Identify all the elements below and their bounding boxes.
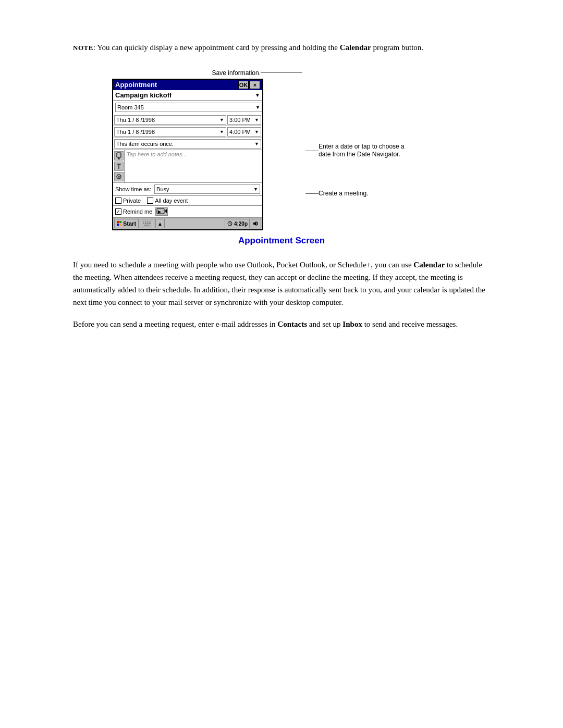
date-navigator-callout: Enter a date or tap to choose a date fro…: [305, 143, 407, 161]
all-day-checkbox[interactable]: [147, 198, 153, 204]
remind-label: Remind me: [123, 208, 152, 215]
show-time-field[interactable]: Busy ▼: [154, 184, 260, 194]
svg-rect-18: [149, 221, 151, 223]
taskbar: Start ▲: [113, 218, 262, 229]
all-day-label: All day event: [155, 198, 188, 204]
svg-rect-16: [145, 221, 146, 223]
body-text-3: Before you can send a meeting request, e…: [73, 320, 277, 328]
calendar-bold: Calendar: [413, 261, 445, 269]
show-time-arrow: ▼: [253, 187, 258, 192]
show-time-label: Show time as:: [115, 186, 151, 192]
start-time-arrow: ▼: [254, 117, 259, 122]
location-text: Room 345: [117, 104, 254, 110]
svg-rect-15: [143, 221, 144, 223]
titlebar-buttons: OK ×: [238, 81, 260, 89]
svg-marker-9: [165, 209, 167, 213]
clock-time: 4:20p: [234, 221, 248, 227]
text-button[interactable]: [114, 162, 124, 171]
meeting-callout-line: [305, 193, 319, 194]
location-row: Room 345 ▼: [113, 101, 262, 114]
contacts-bold: Contacts: [277, 320, 307, 328]
start-label: Start: [123, 220, 136, 227]
svg-rect-19: [143, 223, 144, 224]
location-dropdown-icon: ▼: [255, 105, 260, 110]
ink-pen-button[interactable]: [114, 151, 124, 161]
body-paragraph-1: If you need to schedule a meeting with p…: [73, 258, 490, 309]
svg-rect-21: [147, 223, 149, 224]
taskbar-speaker-button[interactable]: [251, 219, 261, 228]
checkboxes-row: Private All day event: [113, 196, 262, 206]
note-label: NOTE: [73, 44, 93, 52]
save-callout-container: Save information.: [73, 69, 302, 77]
svg-rect-23: [144, 225, 150, 226]
notes-area: Tap here to add notes...: [113, 150, 262, 183]
svg-rect-10: [117, 221, 119, 223]
start-date-arrow: ▼: [219, 117, 224, 122]
svg-rect-13: [119, 224, 121, 226]
note-bold-calendar: Calendar: [340, 43, 371, 52]
note-paragraph: NOTE: You can quickly display a new appo…: [73, 42, 490, 54]
recurrence-field[interactable]: This item occurs once. ▼: [114, 139, 261, 149]
svg-rect-22: [149, 223, 151, 224]
recurrence-arrow: ▼: [254, 141, 259, 146]
body-paragraph-2: Before you can send a meeting request, e…: [73, 318, 490, 330]
private-label: Private: [123, 198, 141, 204]
notes-placeholder-text[interactable]: Tap here to add notes...: [125, 150, 262, 182]
recurrence-row: This item occurs once. ▼: [113, 138, 262, 150]
start-datetime-row: Thu 1 / 8 /1998 ▼ 3:00 PM ▼: [113, 114, 262, 126]
private-checkbox-item[interactable]: Private: [115, 198, 141, 204]
end-time-arrow: ▼: [254, 129, 259, 134]
svg-line-26: [230, 224, 231, 225]
subject-row: Campaign kickoff ▼: [113, 90, 262, 101]
appointment-window: Appointment OK × Campaign kickoff ▼ Room…: [112, 79, 263, 230]
taskbar-clock[interactable]: 4:20p: [225, 219, 250, 228]
remind-checkbox-item[interactable]: ✓ Remind me: [115, 208, 152, 215]
body-text-4: and set up: [307, 320, 342, 328]
private-checkbox[interactable]: [115, 198, 121, 204]
record-button[interactable]: [114, 172, 124, 181]
body-text-1: If you need to schedule a meeting with p…: [73, 261, 413, 269]
show-time-row: Show time as: Busy ▼: [113, 183, 262, 196]
body-text-5: to send and receive messages.: [362, 320, 458, 328]
up-arrow-button[interactable]: ▲: [155, 219, 165, 228]
save-callout-line: [261, 72, 302, 73]
subject-text: Campaign kickoff: [115, 91, 172, 99]
titlebar: Appointment OK ×: [113, 80, 262, 90]
svg-marker-27: [253, 221, 256, 226]
notes-toolbar: [113, 150, 125, 182]
end-time-field[interactable]: 4:00 PM ▼: [227, 127, 261, 137]
remind-icon-button[interactable]: ▶: [155, 207, 168, 216]
remind-checkbox[interactable]: ✓: [115, 208, 121, 215]
end-date-text: Thu 1 / 8 /1998: [116, 129, 155, 135]
svg-point-6: [118, 176, 120, 178]
right-callouts-panel: Enter a date or tap to choose a date fro…: [305, 69, 407, 200]
svg-rect-11: [119, 221, 121, 223]
start-button[interactable]: Start: [114, 219, 139, 228]
start-date-text: Thu 1 / 8 /1998: [116, 117, 155, 123]
end-datetime-row: Thu 1 / 8 /1998 ▼ 4:00 PM ▼: [113, 126, 262, 138]
end-date-field[interactable]: Thu 1 / 8 /1998 ▼: [114, 127, 226, 137]
ok-button[interactable]: OK: [238, 81, 249, 89]
create-meeting-callout: Create a meeting.: [305, 190, 407, 200]
subject-dropdown-arrow[interactable]: ▼: [255, 92, 260, 98]
show-time-value: Busy: [156, 186, 169, 192]
screen-caption: Appointment Screen: [73, 236, 490, 246]
start-time-field[interactable]: 3:00 PM ▼: [227, 115, 261, 125]
svg-rect-20: [145, 223, 146, 224]
svg-text:▶: ▶: [158, 209, 162, 214]
inbox-bold: Inbox: [342, 320, 362, 328]
svg-rect-0: [117, 153, 121, 157]
save-callout-text: Save information.: [212, 69, 261, 77]
date-callout-row: Enter a date or tap to choose a date fro…: [305, 143, 407, 159]
end-time-text: 4:00 PM: [229, 129, 251, 135]
note-text: : You can quickly display a new appointm…: [93, 43, 340, 52]
start-date-field[interactable]: Thu 1 / 8 /1998 ▼: [114, 115, 226, 125]
meeting-callout-row: Create a meeting.: [305, 190, 407, 198]
all-day-checkbox-item[interactable]: All day event: [147, 198, 188, 204]
diagram-area: Save information. Appointment OK × Campa…: [73, 69, 490, 230]
keyboard-button[interactable]: [140, 219, 154, 228]
note-text2: program button.: [371, 43, 423, 52]
location-field[interactable]: Room 345 ▼: [115, 103, 262, 112]
close-button[interactable]: ×: [250, 81, 260, 89]
date-callout-text: Enter a date or tap to choose a date fro…: [319, 143, 407, 159]
